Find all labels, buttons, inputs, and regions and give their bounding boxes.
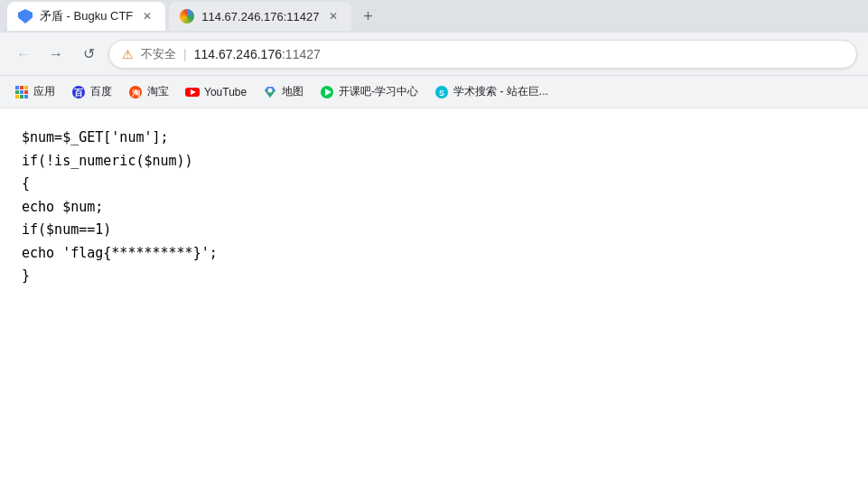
reload-icon: ↺ (83, 45, 95, 62)
svg-rect-0 (15, 86, 19, 89)
bookmark-scholar-label: 学术搜索 - 站在巨... (453, 84, 548, 99)
bookmark-youtube-label: YouTube (204, 86, 247, 98)
back-icon: ← (16, 46, 31, 62)
svg-point-15 (268, 88, 273, 92)
bookmark-maps[interactable]: 地图 (256, 80, 311, 103)
bookmark-youtube[interactable]: YouTube (178, 81, 254, 103)
tab-1[interactable]: 矛盾 - Bugku CTF ✕ (7, 2, 165, 31)
apps-icon (14, 85, 29, 99)
svg-rect-3 (15, 90, 19, 94)
forward-button[interactable]: → (43, 42, 69, 67)
svg-rect-7 (20, 95, 23, 98)
taobao-icon: 淘 (128, 85, 143, 99)
svg-rect-1 (20, 86, 23, 89)
main-content: $num=$_GET['num']; if(!is_numeric($num))… (0, 108, 868, 306)
code-line-3: { (22, 173, 846, 196)
reload-button[interactable]: ↺ (76, 42, 101, 67)
bookmark-baidu-label: 百度 (90, 84, 112, 99)
bookmark-apps[interactable]: 应用 (7, 80, 62, 103)
code-line-5: if($num==1) (22, 219, 846, 242)
tab-2-close[interactable]: ✕ (326, 9, 341, 23)
bookmark-maps-label: 地图 (282, 84, 303, 99)
bookmark-kaikeba-label: 开课吧-学习中心 (339, 84, 418, 99)
scholar-icon: S (434, 85, 449, 99)
bookmark-taobao[interactable]: 淘 淘宝 (121, 80, 176, 103)
code-line-7: } (22, 265, 846, 288)
svg-rect-4 (20, 90, 23, 94)
forward-icon: → (49, 46, 63, 62)
svg-rect-2 (24, 86, 28, 89)
bookmark-kaikeba[interactable]: 开课吧-学习中心 (313, 80, 425, 103)
bookmark-apps-label: 应用 (33, 84, 55, 99)
security-warning-icon: ⚠ (122, 47, 134, 61)
svg-text:百: 百 (74, 88, 84, 98)
maps-icon (263, 85, 277, 99)
bookmark-scholar[interactable]: S 学术搜索 - 站在巨... (427, 80, 555, 103)
code-line-1: $num=$_GET['num']; (22, 127, 846, 150)
tab-1-close[interactable]: ✕ (140, 9, 154, 23)
tab-1-title: 矛盾 - Bugku CTF (40, 8, 133, 24)
tab-1-favicon (18, 9, 33, 23)
tab-2-favicon (180, 9, 194, 23)
url-host: 114.67.246.176:11427 (194, 47, 321, 61)
security-label: 不安全 (141, 46, 176, 62)
svg-text:淘: 淘 (132, 89, 140, 98)
svg-rect-8 (24, 95, 28, 98)
kaikeba-icon (320, 85, 334, 99)
youtube-icon (185, 85, 200, 99)
bookmark-taobao-label: 淘宝 (147, 84, 169, 99)
tab-bar: 矛盾 - Bugku CTF ✕ 114.67.246.176:11427 ✕ … (0, 0, 868, 33)
code-line-4: echo $num; (22, 196, 846, 220)
back-button[interactable]: ← (11, 42, 36, 67)
new-tab-button[interactable]: + (355, 4, 380, 29)
address-bar: ← → ↺ ⚠ 不安全 | 114.67.246.176:11427 (0, 33, 868, 76)
bookmarks-bar: 应用 百 百度 淘 淘宝 YouTube (0, 76, 868, 108)
url-bar[interactable]: ⚠ 不安全 | 114.67.246.176:11427 (108, 40, 857, 69)
svg-rect-5 (24, 90, 28, 94)
code-line-6: echo 'flag{**********}'; (22, 242, 846, 266)
tab-2-title: 114.67.246.176:11427 (201, 10, 319, 23)
url-separator: | (183, 47, 187, 61)
svg-rect-6 (15, 95, 19, 98)
url-port: :11427 (282, 47, 321, 61)
code-line-2: if(!is_numeric($num)) (22, 150, 846, 173)
svg-text:S: S (439, 89, 444, 98)
bookmark-baidu[interactable]: 百 百度 (64, 80, 119, 103)
baidu-icon: 百 (71, 85, 86, 99)
tab-2[interactable]: 114.67.246.176:11427 ✕ (169, 2, 351, 31)
